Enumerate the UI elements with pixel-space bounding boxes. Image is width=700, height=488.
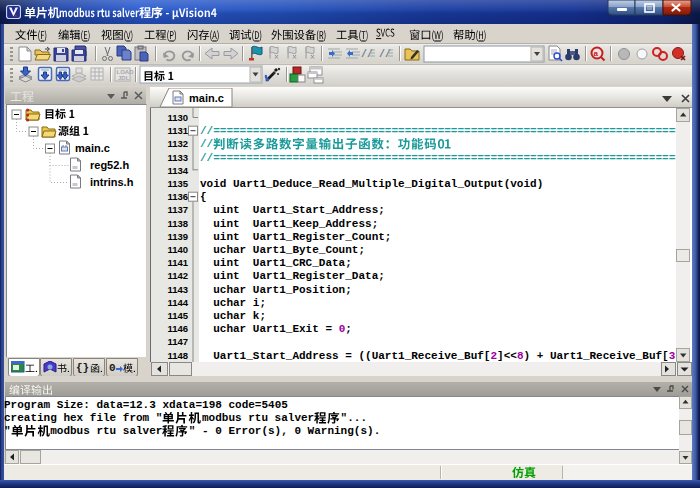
svg-text://: // bbox=[361, 49, 373, 60]
svg-text:0: 0 bbox=[109, 362, 116, 374]
svg-text:{}: {} bbox=[76, 362, 89, 374]
svg-text://: // bbox=[379, 49, 391, 60]
svg-text:main.c: main.c bbox=[189, 92, 224, 104]
svg-text:JDL: JDL bbox=[118, 75, 130, 81]
svg-text:a: a bbox=[594, 49, 599, 58]
